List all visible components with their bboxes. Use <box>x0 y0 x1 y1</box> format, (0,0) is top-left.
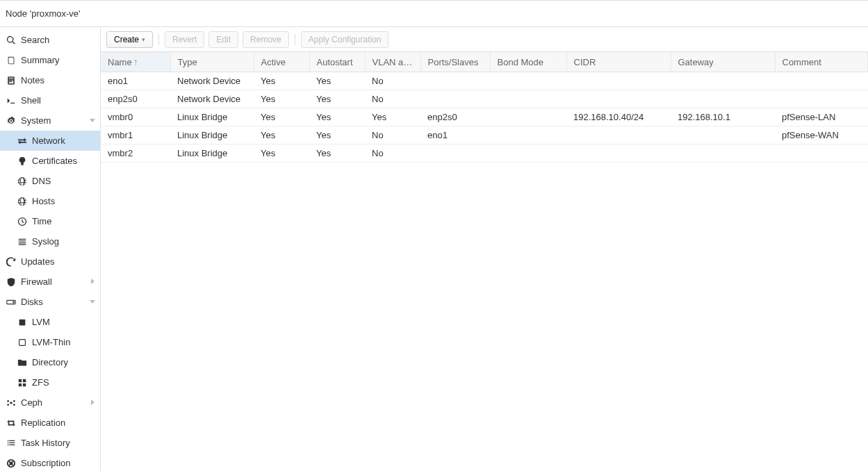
sidebar-item-firewall[interactable]: Firewall <box>0 272 100 292</box>
cell-gateway: 192.168.10.1 <box>671 108 775 126</box>
sidebar-item-updates[interactable]: Updates <box>0 251 100 272</box>
column-header-type[interactable]: Type <box>170 52 254 72</box>
cell-comment <box>775 144 868 163</box>
sidebar-item-system[interactable]: System <box>0 110 100 131</box>
remove-button[interactable]: Remove <box>243 31 289 48</box>
grid-icon <box>17 377 28 388</box>
cell-active: Yes <box>254 126 309 144</box>
cell-ports: eno1 <box>420 126 490 144</box>
toolbar-separator <box>295 34 295 45</box>
cell-autostart: Yes <box>309 90 365 108</box>
sidebar-item-label: DNS <box>32 176 51 186</box>
table-row[interactable]: eno1Network DeviceYesYesNo <box>101 72 868 90</box>
edit-button[interactable]: Edit <box>208 31 238 48</box>
cell-ports: enp2s0 <box>420 108 490 126</box>
sidebar-item-dns[interactable]: DNS <box>0 171 100 191</box>
cell-vlan: No <box>365 72 420 90</box>
sidebar-item-lvm[interactable]: LVM <box>0 312 100 332</box>
cell-name: vmbr0 <box>101 108 170 126</box>
sidebar-item-label: Directory <box>32 357 68 367</box>
table-row[interactable]: vmbr0Linux BridgeYesYesYesenp2s0192.168.… <box>101 108 868 126</box>
list-icon <box>17 236 28 247</box>
column-header-bond-mode[interactable]: Bond Mode <box>490 52 566 72</box>
cell-comment <box>775 72 868 90</box>
cell-name: enp2s0 <box>101 90 170 108</box>
sidebar-item-task-history[interactable]: Task History <box>0 433 100 453</box>
cell-cidr <box>566 126 671 144</box>
note-icon <box>6 75 17 86</box>
sidebar-item-certificates[interactable]: Certificates <box>0 151 100 171</box>
page-title: Node 'proxmox-ve' <box>6 8 81 19</box>
cell-bond <box>490 90 566 108</box>
cell-autostart: Yes <box>309 144 365 163</box>
page-header: Node 'proxmox-ve' <box>0 1 868 27</box>
sidebar-item-time[interactable]: Time <box>0 211 100 231</box>
clock-icon <box>17 216 28 227</box>
table-header-row: Name↑TypeActiveAutostartVLAN a…Ports/Sla… <box>101 52 868 72</box>
shield-icon <box>6 276 17 288</box>
sidebar-item-disks[interactable]: Disks <box>0 292 100 312</box>
cell-cidr <box>566 72 671 90</box>
sidebar-item-directory[interactable]: Directory <box>0 352 100 372</box>
revert-button-label: Revert <box>172 35 197 44</box>
sidebar-item-notes[interactable]: Notes <box>0 70 100 90</box>
sidebar-item-lvm-thin[interactable]: LVM-Thin <box>0 332 100 352</box>
toolbar: Create ▾ Revert Edit Remove Apply Config… <box>101 27 868 52</box>
expand-right-icon <box>89 397 96 408</box>
cell-autostart: Yes <box>309 108 365 126</box>
table-row[interactable]: vmbr2Linux BridgeYesYesNo <box>101 144 868 163</box>
column-header-cidr[interactable]: CIDR <box>566 52 671 72</box>
table-row[interactable]: vmbr1Linux BridgeYesYesNoeno1pfSense-WAN <box>101 126 868 144</box>
cell-comment <box>775 90 868 108</box>
column-header-ports-slaves[interactable]: Ports/Slaves <box>420 52 490 72</box>
cell-vlan: No <box>365 90 420 108</box>
network-table: Name↑TypeActiveAutostartVLAN a…Ports/Sla… <box>101 52 868 163</box>
sidebar-item-label: Summary <box>21 55 60 65</box>
table-body: eno1Network DeviceYesYesNoenp2s0Network … <box>101 72 868 163</box>
sidebar-item-label: LVM-Thin <box>32 337 70 347</box>
sidebar-item-subscription[interactable]: Subscription <box>0 453 100 471</box>
cell-vlan: No <box>365 144 420 163</box>
cell-type: Linux Bridge <box>170 108 254 126</box>
sidebar-item-zfs[interactable]: ZFS <box>0 372 100 392</box>
cell-gateway <box>671 144 775 163</box>
cogs-icon <box>6 115 17 126</box>
sidebar-item-network[interactable]: Network <box>0 131 100 151</box>
cell-active: Yes <box>254 144 309 163</box>
cell-type: Network Device <box>170 72 254 90</box>
column-header-comment[interactable]: Comment <box>775 52 868 72</box>
revert-button[interactable]: Revert <box>165 31 204 48</box>
cell-ports <box>420 72 490 90</box>
sidebar-item-shell[interactable]: Shell <box>0 90 100 110</box>
sidebar-item-search[interactable]: Search <box>0 30 100 50</box>
square-icon <box>17 337 28 348</box>
apply-config-button-label: Apply Configuration <box>309 35 382 44</box>
cell-vlan: No <box>365 126 420 144</box>
globe-icon <box>17 196 28 207</box>
cell-autostart: Yes <box>309 126 365 144</box>
sort-asc-icon: ↑ <box>133 56 138 67</box>
cell-autostart: Yes <box>309 72 365 90</box>
create-button[interactable]: Create ▾ <box>106 31 153 48</box>
sidebar-item-replication[interactable]: Replication <box>0 413 100 433</box>
sidebar-item-ceph[interactable]: Ceph <box>0 392 100 413</box>
column-header-autostart[interactable]: Autostart <box>309 52 365 72</box>
sidebar-item-label: Subscription <box>21 458 71 468</box>
sidebar-item-summary[interactable]: Summary <box>0 50 100 70</box>
expand-down-icon <box>89 297 96 307</box>
cell-bond <box>490 144 566 163</box>
cell-gateway <box>671 72 775 90</box>
sidebar: SearchSummaryNotesShellSystemNetworkCert… <box>0 27 101 471</box>
sidebar-item-hosts[interactable]: Hosts <box>0 191 100 211</box>
column-header-vlan-a-[interactable]: VLAN a… <box>365 52 420 72</box>
column-header-active[interactable]: Active <box>254 52 309 72</box>
sidebar-item-label: Shell <box>21 95 41 106</box>
column-header-gateway[interactable]: Gateway <box>671 52 775 72</box>
table-row[interactable]: enp2s0Network DeviceYesYesNo <box>101 90 868 108</box>
column-header-name[interactable]: Name↑ <box>101 52 170 72</box>
cell-gateway <box>671 126 775 144</box>
tasklist-icon <box>6 438 17 449</box>
sidebar-item-syslog[interactable]: Syslog <box>0 231 100 251</box>
apply-config-button[interactable]: Apply Configuration <box>301 31 389 48</box>
sidebar-item-label: Network <box>32 135 65 146</box>
